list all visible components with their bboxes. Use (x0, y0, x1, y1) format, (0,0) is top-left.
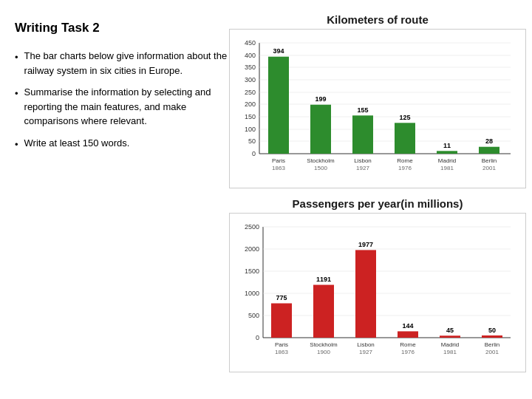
svg-text:775: 775 (276, 294, 287, 301)
svg-text:1900: 1900 (317, 349, 330, 355)
svg-text:28: 28 (485, 137, 493, 145)
chart1-wrapper: 0 50 100 150 200 250 300 350 400 450 394… (229, 29, 526, 188)
svg-text:Paris: Paris (275, 341, 288, 348)
svg-text:144: 144 (402, 322, 413, 330)
svg-text:350: 350 (245, 64, 256, 71)
svg-text:1981: 1981 (440, 165, 454, 171)
bullet-dot-2: • (15, 86, 18, 101)
svg-text:50: 50 (248, 137, 256, 145)
svg-text:1976: 1976 (398, 165, 412, 171)
bullet-list: • The bar charts below give information … (15, 49, 229, 151)
bar-chart2-rome (398, 331, 418, 338)
svg-text:11: 11 (443, 142, 451, 149)
svg-text:125: 125 (399, 114, 410, 121)
svg-text:1863: 1863 (272, 165, 285, 171)
left-panel: Writing Task 2 • The bar charts below gi… (15, 13, 229, 386)
svg-text:394: 394 (273, 47, 284, 55)
svg-text:250: 250 (245, 89, 256, 96)
bullet-dot-1: • (15, 50, 18, 65)
svg-text:Lisbon: Lisbon (354, 157, 372, 164)
chart1-title: Kilometers of route (229, 13, 526, 26)
svg-text:1000: 1000 (245, 290, 259, 297)
svg-text:1863: 1863 (275, 349, 288, 355)
svg-text:500: 500 (248, 312, 259, 319)
chart2-wrapper: 0 500 1000 1500 2000 2500 775 Paris 1863… (229, 213, 526, 372)
svg-text:2001: 2001 (482, 165, 496, 171)
svg-text:400: 400 (245, 52, 256, 59)
bullet-dot-3: • (15, 137, 18, 152)
right-panel: Kilometers of route (229, 13, 526, 386)
bar-chart2-madrid (440, 335, 460, 338)
page-title: Writing Task 2 (15, 21, 229, 35)
svg-text:450: 450 (245, 39, 256, 47)
bar-chart2-paris (271, 304, 292, 338)
bullet-item-3: • Write at least 150 words. (15, 136, 229, 152)
svg-text:300: 300 (245, 76, 256, 83)
svg-text:Stockholm: Stockholm (310, 341, 338, 348)
bar-chart1-paris (268, 57, 289, 154)
chart1-section: Kilometers of route (229, 13, 526, 188)
bar-chart1-madrid (437, 151, 457, 154)
chart2-svg: 0 500 1000 1500 2000 2500 775 Paris 1863… (237, 219, 518, 367)
svg-text:155: 155 (357, 106, 368, 114)
bullet-text-2: Summarise the information by selecting a… (24, 85, 229, 129)
bar-chart1-lisbon (352, 115, 373, 154)
svg-text:45: 45 (446, 327, 454, 334)
svg-text:1500: 1500 (314, 165, 327, 171)
chart2-section: Passengers per year(in millions) 0 500 1… (229, 197, 526, 372)
svg-text:1191: 1191 (316, 276, 331, 283)
svg-text:0: 0 (252, 150, 256, 157)
svg-text:1976: 1976 (401, 349, 415, 355)
bar-chart2-lisbon (355, 250, 376, 338)
svg-text:Rome: Rome (400, 341, 416, 348)
svg-text:2000: 2000 (245, 245, 259, 253)
svg-text:200: 200 (245, 100, 256, 108)
bullet-text-1: The bar charts below give information ab… (24, 49, 229, 78)
svg-text:Berlin: Berlin (485, 341, 499, 348)
svg-text:0: 0 (256, 334, 259, 341)
chart2-title: Passengers per year(in millions) (229, 197, 526, 210)
svg-text:Paris: Paris (272, 157, 285, 164)
svg-text:1927: 1927 (356, 165, 369, 171)
main-container: Writing Task 2 • The bar charts below gi… (0, 0, 532, 399)
svg-text:Stockholm: Stockholm (307, 157, 335, 164)
bar-chart1-stockholm (310, 105, 331, 154)
bar-chart2-stockholm (313, 285, 334, 338)
svg-text:1500: 1500 (245, 267, 259, 275)
bullet-item-2: • Summarise the information by selecting… (15, 85, 229, 129)
bar-chart2-berlin (482, 335, 502, 338)
svg-text:199: 199 (315, 95, 326, 103)
svg-text:2500: 2500 (245, 223, 259, 231)
svg-text:1981: 1981 (443, 349, 457, 355)
svg-text:Rome: Rome (397, 157, 413, 164)
svg-text:150: 150 (245, 113, 256, 120)
chart1-svg: 0 50 100 150 200 250 300 350 400 450 394… (237, 35, 518, 183)
svg-text:Madrid: Madrid (441, 341, 459, 348)
bar-chart1-berlin (479, 147, 499, 154)
svg-text:Lisbon: Lisbon (357, 341, 375, 348)
svg-text:Madrid: Madrid (438, 157, 456, 164)
bullet-item-1: • The bar charts below give information … (15, 49, 229, 78)
svg-text:2001: 2001 (485, 349, 499, 355)
svg-text:1977: 1977 (358, 241, 373, 248)
svg-text:50: 50 (488, 327, 496, 334)
svg-text:1927: 1927 (359, 349, 372, 355)
bar-chart1-rome (395, 123, 415, 154)
bullet-text-3: Write at least 150 words. (24, 136, 130, 151)
svg-text:100: 100 (245, 126, 256, 133)
svg-text:Berlin: Berlin (482, 157, 497, 164)
